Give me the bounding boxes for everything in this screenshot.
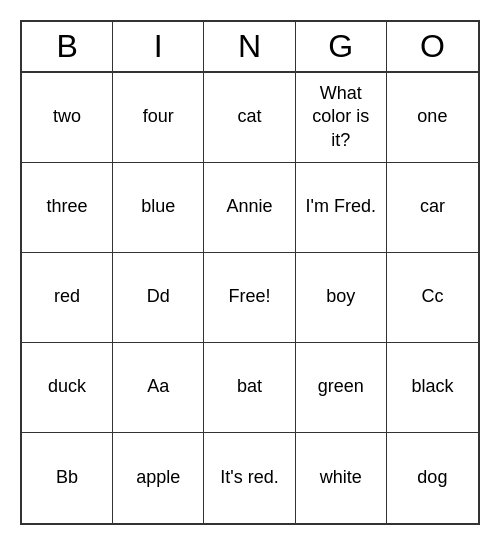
cell-22: It's red. [204,433,295,523]
cell-0: two [22,73,113,163]
cell-10: red [22,253,113,343]
cell-4: one [387,73,478,163]
cell-12: Free! [204,253,295,343]
header-i: I [113,22,204,71]
cell-21: apple [113,433,204,523]
cell-20: Bb [22,433,113,523]
cell-8: I'm Fred. [296,163,387,253]
cell-6: blue [113,163,204,253]
bingo-card: B I N G O two four cat What color is it?… [20,20,480,525]
cell-18: green [296,343,387,433]
cell-13: boy [296,253,387,343]
cell-19: black [387,343,478,433]
cell-15: duck [22,343,113,433]
bingo-header: B I N G O [22,22,478,73]
cell-9: car [387,163,478,253]
cell-23: white [296,433,387,523]
cell-24: dog [387,433,478,523]
bingo-grid: two four cat What color is it? one three… [22,73,478,523]
cell-16: Aa [113,343,204,433]
cell-11: Dd [113,253,204,343]
header-o: O [387,22,478,71]
cell-5: three [22,163,113,253]
cell-17: bat [204,343,295,433]
cell-3: What color is it? [296,73,387,163]
header-b: B [22,22,113,71]
cell-2: cat [204,73,295,163]
cell-14: Cc [387,253,478,343]
cell-7: Annie [204,163,295,253]
header-n: N [204,22,295,71]
header-g: G [296,22,387,71]
cell-1: four [113,73,204,163]
